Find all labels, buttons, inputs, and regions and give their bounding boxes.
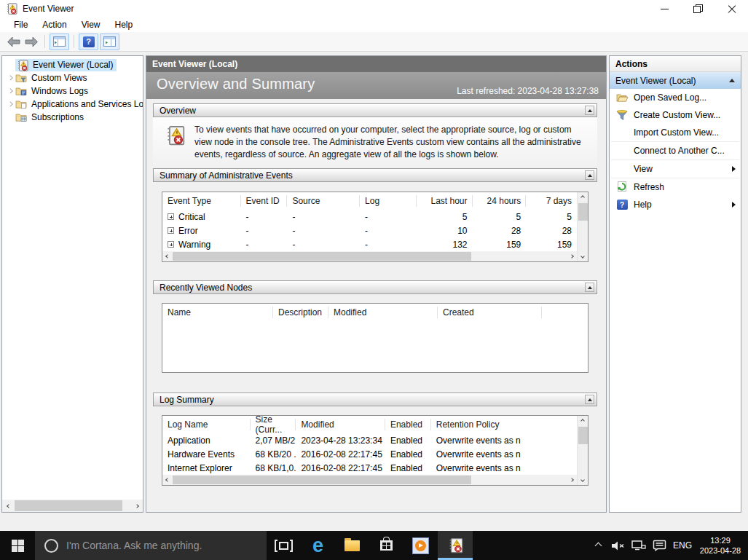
cortana-search-box[interactable]: I'm Cortana. Ask me anything. bbox=[35, 531, 267, 560]
expand-plus-icon[interactable] bbox=[168, 213, 174, 220]
log-row-hardware-events[interactable]: Hardware Events 68 KB/20 ... 2016-02-08 … bbox=[162, 447, 577, 461]
summary-collapse-button[interactable] bbox=[585, 170, 594, 180]
edge-browser-button[interactable]: e bbox=[301, 531, 335, 560]
scroll-down-arrow[interactable] bbox=[578, 251, 588, 261]
taskbar-clock[interactable]: 13:29 2023-04-28 bbox=[696, 535, 748, 556]
tree-item-applications-services-logs[interactable]: Applications and Services Lo bbox=[2, 98, 143, 111]
column-header-description[interactable]: Description bbox=[273, 304, 328, 321]
store-button[interactable] bbox=[369, 531, 403, 560]
actions-group-header[interactable]: Event Viewer (Local) bbox=[610, 72, 741, 89]
tree-item-windows-logs[interactable]: Windows Logs bbox=[2, 84, 143, 98]
menu-file[interactable]: File bbox=[7, 18, 35, 32]
menu-action[interactable]: Action bbox=[35, 18, 74, 32]
media-player-button[interactable] bbox=[403, 531, 438, 560]
language-indicator[interactable]: ENG bbox=[669, 540, 696, 551]
summary-row-error[interactable]: Error - - - 10 28 28 bbox=[162, 224, 577, 237]
expand-plus-icon[interactable] bbox=[168, 227, 174, 234]
tray-chevron-up-icon[interactable] bbox=[588, 543, 608, 548]
scrollbar-thumb[interactable] bbox=[173, 252, 471, 261]
column-header-log[interactable]: Log bbox=[360, 192, 417, 210]
scrollbar-thumb[interactable] bbox=[578, 203, 588, 221]
scrollbar-thumb[interactable] bbox=[15, 500, 122, 511]
column-header-modified[interactable]: Modified bbox=[328, 304, 438, 321]
scrollbar-thumb[interactable] bbox=[173, 476, 471, 484]
event-id-cell: - bbox=[241, 240, 288, 250]
column-header-last-hour[interactable]: Last hour bbox=[417, 192, 473, 210]
scroll-right-arrow[interactable] bbox=[130, 500, 143, 512]
restore-button[interactable] bbox=[681, 0, 714, 17]
summary-row-critical[interactable]: Critical - - - 5 5 5 bbox=[162, 210, 577, 224]
summary-vertical-scrollbar[interactable] bbox=[577, 192, 588, 261]
recent-nodes-collapse-button[interactable] bbox=[585, 283, 594, 292]
tree-item-label: Applications and Services Lo bbox=[31, 99, 143, 109]
action-create-custom-view[interactable]: Create Custom View... bbox=[610, 106, 741, 124]
tree-item-custom-views[interactable]: Custom Views bbox=[2, 71, 143, 84]
column-header-enabled[interactable]: Enabled bbox=[385, 416, 431, 433]
action-help[interactable]: Help bbox=[610, 196, 741, 213]
volume-muted-icon[interactable] bbox=[608, 540, 629, 551]
log-summary-horizontal-scrollbar[interactable] bbox=[162, 475, 577, 485]
file-explorer-button[interactable] bbox=[335, 531, 369, 560]
scroll-left-arrow[interactable] bbox=[2, 500, 15, 512]
scroll-up-arrow[interactable] bbox=[578, 192, 588, 202]
action-view[interactable]: View bbox=[610, 160, 741, 178]
scrollbar-thumb[interactable] bbox=[578, 427, 588, 444]
column-header-event-type[interactable]: Event Type bbox=[162, 192, 241, 210]
expand-chevron-icon[interactable] bbox=[5, 103, 15, 106]
column-header-created[interactable]: Created bbox=[438, 304, 542, 321]
task-view-button[interactable] bbox=[267, 531, 301, 560]
menu-help[interactable]: Help bbox=[108, 18, 141, 32]
log-row-application[interactable]: Application 2,07 MB/2... 2023-04-28 13:2… bbox=[162, 433, 577, 447]
summary-section-header[interactable]: Summary of Administrative Events bbox=[153, 168, 597, 182]
tree-item-subscriptions[interactable]: Subscriptions bbox=[2, 111, 143, 124]
notifications-icon[interactable] bbox=[649, 540, 669, 551]
forward-button[interactable] bbox=[25, 36, 39, 47]
event-viewer-taskbar-button[interactable] bbox=[438, 531, 473, 560]
source-cell: - bbox=[287, 212, 360, 222]
summary-horizontal-scrollbar[interactable] bbox=[162, 251, 577, 261]
log-summary-vertical-scrollbar[interactable] bbox=[577, 416, 588, 485]
action-connect-to-another-computer[interactable]: Connect to Another C... bbox=[610, 142, 741, 159]
action-refresh[interactable]: Refresh bbox=[610, 178, 741, 196]
show-action-pane-button[interactable] bbox=[100, 33, 119, 50]
expand-chevron-icon[interactable] bbox=[5, 76, 15, 80]
column-header-source[interactable]: Source bbox=[287, 192, 360, 210]
group-collapse-icon[interactable] bbox=[729, 79, 735, 82]
expand-plus-icon[interactable] bbox=[168, 241, 174, 248]
column-header-size[interactable]: Size (Curr... bbox=[251, 416, 296, 433]
column-header-log-name[interactable]: Log Name bbox=[162, 416, 251, 433]
column-header-retention-policy[interactable]: Retention Policy bbox=[431, 416, 577, 433]
back-button[interactable] bbox=[7, 36, 20, 47]
column-header-name[interactable]: Name bbox=[162, 304, 273, 321]
scroll-right-arrow[interactable] bbox=[567, 251, 577, 261]
minimize-button[interactable] bbox=[647, 0, 681, 17]
log-summary-collapse-button[interactable] bbox=[585, 395, 594, 404]
start-button[interactable] bbox=[0, 531, 35, 560]
recent-nodes-table-header: Name Description Modified Created bbox=[162, 304, 588, 321]
column-header-modified[interactable]: Modified bbox=[296, 416, 385, 433]
show-console-tree-button[interactable] bbox=[50, 33, 69, 50]
log-row-internet-explorer[interactable]: Internet Explorer 68 KB/1,0... 2016-02-0… bbox=[162, 461, 577, 475]
recent-nodes-section-header[interactable]: Recently Viewed Nodes bbox=[153, 280, 597, 294]
column-header-7-days[interactable]: 7 days bbox=[526, 192, 577, 210]
action-import-custom-view[interactable]: Import Custom View... bbox=[610, 124, 741, 141]
scroll-left-arrow[interactable] bbox=[162, 475, 173, 485]
action-open-saved-log[interactable]: Open Saved Log... bbox=[610, 89, 741, 106]
help-toolbar-button[interactable] bbox=[79, 33, 98, 50]
close-button[interactable] bbox=[714, 0, 748, 17]
summary-row-warning[interactable]: Warning - - - 132 159 159 bbox=[162, 237, 577, 251]
overview-section-header[interactable]: Overview bbox=[153, 103, 597, 117]
column-header-event-id[interactable]: Event ID bbox=[241, 192, 288, 210]
network-icon[interactable] bbox=[629, 540, 649, 551]
scroll-up-arrow[interactable] bbox=[578, 416, 588, 426]
log-summary-section-header[interactable]: Log Summary bbox=[153, 393, 597, 406]
overview-collapse-button[interactable] bbox=[585, 106, 594, 115]
column-header-24-hours[interactable]: 24 hours bbox=[473, 192, 527, 210]
tree-horizontal-scrollbar[interactable] bbox=[2, 500, 143, 512]
expand-chevron-icon[interactable] bbox=[5, 90, 15, 93]
scroll-right-arrow[interactable] bbox=[567, 475, 577, 485]
scroll-down-arrow[interactable] bbox=[578, 475, 588, 485]
scroll-left-arrow[interactable] bbox=[162, 251, 173, 261]
tree-item-event-viewer-local[interactable]: Event Viewer (Local) bbox=[2, 58, 143, 71]
menu-view[interactable]: View bbox=[74, 18, 108, 32]
